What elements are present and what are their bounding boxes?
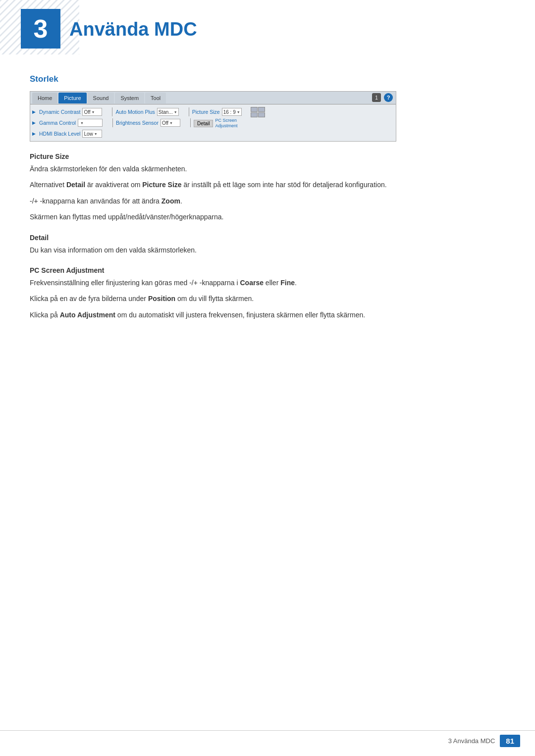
mdc-tabs-bar: Home Picture Sound System Tool 1 ? (30, 92, 396, 104)
select-gamma[interactable] (78, 119, 103, 127)
footer-page-number: 81 (500, 735, 520, 747)
detail-para-1: Du kan visa information om den valda skä… (30, 245, 505, 255)
main-content: Storlek Home Picture Sound System Tool 1… (30, 74, 505, 325)
thumbnails (251, 107, 266, 117)
label-picture-size: Picture Size (192, 109, 220, 115)
tab-sound-label: Sound (93, 95, 109, 101)
section-heading: Storlek (30, 74, 505, 84)
field-hdmi: HDMI Black Level Low (39, 130, 102, 138)
val-auto-motion: Stan... (159, 109, 173, 115)
question-badge: ? (384, 93, 393, 102)
label-dynamic-contrast: Dynamic Contrast (39, 109, 80, 115)
chapter-number: 3 (34, 16, 48, 42)
pc-screen-label-group: PC Screen Adjustment (215, 117, 237, 128)
adjustment-text: Adjustment (215, 123, 237, 128)
tab-tool-label: Tool (151, 95, 160, 101)
select-dynamic-contrast[interactable]: Off (82, 108, 102, 116)
tab-sound[interactable]: Sound (88, 93, 114, 103)
field-picture-size-row1: Picture Size 16 : 9 (192, 108, 242, 116)
divider-3 (112, 118, 113, 127)
select-hdmi[interactable]: Low (82, 130, 102, 138)
val-picture-size: 16 : 9 (223, 109, 236, 115)
tab-system-label: System (120, 95, 139, 101)
thumb-4 (258, 112, 265, 117)
detail-button[interactable]: Detail (194, 120, 214, 127)
select-picture-size[interactable]: 16 : 9 (222, 108, 242, 116)
divider-4 (190, 118, 191, 127)
mdc-row-2: ▶ Gamma Control Brightness Sensor Off De… (30, 117, 396, 128)
picture-size-para-4: Skärmen kan flyttas med uppåt/nedåt/väns… (30, 211, 505, 222)
picture-size-para-1: Ändra skärmstorleken för den valda skärm… (30, 163, 505, 174)
row2-arrow: ▶ (32, 120, 37, 125)
field-dynamic-contrast: Dynamic Contrast Off (39, 108, 102, 116)
tab-home[interactable]: Home (32, 93, 57, 103)
mdc-ui-screenshot: Home Picture Sound System Tool 1 ? ▶ (30, 91, 396, 142)
select-brightness-sensor[interactable]: Off (160, 119, 180, 127)
picture-size-para-3: -/+ -knapparna kan användas för att ändr… (30, 196, 505, 206)
mdc-rows: ▶ Dynamic Contrast Off Auto Motion Plus … (30, 104, 396, 141)
pc-screen-para-2: Klicka på en av de fyra bilderna under P… (30, 293, 505, 304)
field-brightness-sensor: Brightness Sensor Off (116, 119, 180, 127)
footer: 3 Använda MDC 81 (0, 730, 535, 747)
thumb-2 (258, 107, 265, 112)
val-brightness-sensor: Off (162, 120, 168, 126)
val-hdmi: Low (84, 131, 93, 137)
chapter-title: Använda MDC (69, 19, 197, 40)
tab-picture-label: Picture (64, 95, 81, 101)
val-dynamic-contrast: Off (84, 109, 90, 115)
pc-screen-para-1: Frekvensinställning eller finjustering k… (30, 277, 505, 288)
field-gamma: Gamma Control (39, 119, 103, 127)
mdc-row-3: ▶ HDMI Black Level Low (30, 128, 396, 139)
row3-arrow: ▶ (32, 131, 37, 136)
thumb-3 (251, 112, 258, 117)
num-badge: 1 (372, 93, 381, 102)
detail-title: Detail (30, 234, 505, 242)
pc-screen-para-3: Klicka på Auto Adjustment om du automati… (30, 309, 505, 320)
label-gamma: Gamma Control (39, 120, 76, 126)
label-auto-motion: Auto Motion Plus (115, 109, 155, 115)
pc-screen-text: PC Screen (215, 118, 237, 123)
label-brightness-sensor: Brightness Sensor (116, 120, 159, 126)
tab-system[interactable]: System (115, 93, 144, 103)
tab-tool[interactable]: Tool (145, 93, 166, 103)
mdc-row-1: ▶ Dynamic Contrast Off Auto Motion Plus … (30, 106, 396, 117)
pc-screen-adjustment-title: PC Screen Adjustment (30, 266, 505, 274)
picture-size-para-2: Alternativet Detail är avaktiverat om Pi… (30, 179, 505, 190)
row1-arrow: ▶ (32, 109, 37, 114)
field-auto-motion: Auto Motion Plus Stan... (115, 108, 178, 116)
tab-home-label: Home (38, 95, 52, 101)
picture-size-title: Picture Size (30, 152, 505, 160)
divider-2 (189, 107, 189, 116)
divider-1 (112, 107, 112, 116)
footer-chapter-label: 3 Använda MDC (448, 737, 495, 745)
thumb-1 (251, 107, 258, 112)
select-auto-motion[interactable]: Stan... (157, 108, 179, 116)
label-hdmi: HDMI Black Level (39, 131, 80, 137)
chapter-block: 3 (21, 9, 60, 49)
tab-picture[interactable]: Picture (58, 93, 86, 103)
